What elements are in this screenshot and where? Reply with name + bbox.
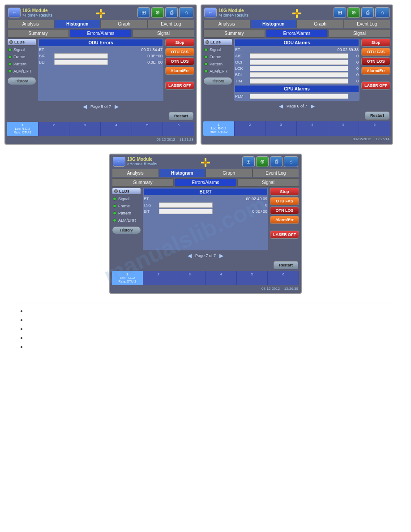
btab-1-left[interactable]: 1 Loc: R-C-2 Rate: OTU-2 [7,122,39,136]
settings-icon-right[interactable]: ⊞ [334,7,346,18]
data-row-bei: BEI 0.0E+00 [39,60,163,65]
sidebar-frame-left[interactable]: Frame [7,54,36,60]
subtab-signal-right[interactable]: Signal [329,29,390,38]
subtab-summary-right[interactable]: Summary [203,29,265,38]
btab-5-left[interactable]: 5 [132,122,163,136]
btab-4-center[interactable]: 4 [206,271,237,285]
sidebar-frame-center[interactable]: Frame [112,203,141,209]
subtab-summary-left[interactable]: Summary [7,29,69,38]
btab-2-center[interactable]: 2 [143,271,175,285]
subtab-errors-left[interactable]: Errors/Alarms [70,29,132,38]
laser-off-btn-right[interactable]: LASER OFF [361,82,390,90]
alarm-err-btn-left[interactable]: Alarm/Err [165,67,194,75]
tab-eventlog-center[interactable]: Event Log [253,169,300,177]
btab-6-center[interactable]: 6 [268,271,299,285]
subtab-errors-right[interactable]: Errors/Alarms [266,29,328,38]
home-icon-right[interactable]: ⌂ [375,7,390,18]
home-icon-center[interactable]: ⌂ [284,156,298,167]
history-btn-center[interactable]: History [112,226,141,234]
stop-btn-right[interactable]: Stop [361,39,390,47]
sidebar-signal-center[interactable]: Signal [112,196,141,202]
tab-graph-left[interactable]: Graph [101,20,148,28]
back-button-center[interactable]: ← [113,157,125,167]
tab-eventlog-right[interactable]: Event Log [344,20,391,28]
sidebar-almerr-right[interactable]: ALM/ERR [203,68,232,74]
otn-los-btn-center[interactable]: OTN LOS [270,206,299,215]
tab-graph-right[interactable]: Graph [297,20,344,28]
next-page-left[interactable]: ▶ [115,103,119,110]
subtab-errors-center[interactable]: Errors/Alarms [175,178,236,187]
prev-page-left[interactable]: ◀ [83,103,87,110]
otu-fas-btn-center[interactable]: OTU FAS [270,197,299,205]
otu-fas-btn-left[interactable]: OTU FAS [165,48,194,56]
btab-4-right[interactable]: 4 [297,121,328,136]
list-item [27,343,398,350]
leds-btn-right[interactable]: LEDs [203,39,232,46]
otn-los-btn-right[interactable]: OTN LOS [361,57,390,65]
restart-btn-center[interactable]: Restart [274,261,298,269]
settings-icon-center[interactable]: ⊞ [242,156,255,167]
btab-2-right[interactable]: 2 [235,121,266,136]
laser-off-btn-left[interactable]: LASER OFF [165,82,194,90]
back-button-left[interactable]: ← [8,8,21,17]
next-page-center[interactable]: ▶ [219,253,223,259]
subtab-signal-center[interactable]: Signal [237,178,299,187]
sidebar-pattern-right[interactable]: Pattern [203,61,232,67]
sidebar-almerr-center[interactable]: ALM/ERR [112,217,141,223]
oci-label: OCI [235,60,248,64]
leds-btn-left[interactable]: LEDs [7,39,36,46]
laser-off-btn-center[interactable]: LASER OFF [270,231,299,239]
stop-btn-left[interactable]: Stop [165,39,194,47]
sidebar-almерр-left[interactable]: ALM/ERR [7,68,36,74]
stop-btn-center[interactable]: Stop [270,188,299,196]
network-icon-left[interactable]: ⊕ [151,7,164,18]
history-btn-left[interactable]: History [7,77,36,85]
tab-graph-center[interactable]: Graph [206,169,253,177]
btab-1-right[interactable]: 1 Loc: R-C-2 Rate: OTU-2 [203,121,235,136]
svg-point-8 [204,161,207,164]
back-button-right[interactable]: ← [204,8,217,17]
leds-btn-center[interactable]: LEDs [112,188,141,195]
tab-analysis-left[interactable]: Analysis [7,20,54,28]
btab-4-left[interactable]: 4 [101,122,132,136]
home-icon-left[interactable]: ⌂ [179,7,193,18]
btab-6-left[interactable]: 6 [163,122,194,136]
prev-page-right[interactable]: ◀ [279,103,283,109]
prev-page-center[interactable]: ◀ [188,253,192,259]
tab-histogram-left[interactable]: Histogram [54,20,101,28]
tab-histogram-center[interactable]: Histogram [159,169,206,177]
btab-3-center[interactable]: 3 [174,271,206,285]
network-icon-right[interactable]: ⊕ [347,7,360,18]
sidebar-signal-left[interactable]: Signal [7,47,36,53]
btab-6-right[interactable]: 6 [359,121,390,136]
btab-1-center[interactable]: 1 Loc: R-C-2 Rate: OTU-2 [112,271,143,285]
btab-5-center[interactable]: 5 [237,271,268,285]
btab-5-right[interactable]: 5 [328,121,360,136]
btab-2-left[interactable]: 2 [39,122,70,136]
network-icon-center[interactable]: ⊕ [256,156,269,167]
settings-icon-left[interactable]: ⊞ [137,7,150,18]
sidebar-frame-right[interactable]: Frame [203,54,232,60]
subtab-signal-left[interactable]: Signal [133,29,194,38]
otu-fas-btn-right[interactable]: OTU FAS [361,48,390,56]
subtab-summary-center[interactable]: Summary [112,178,174,187]
tab-analysis-center[interactable]: Analysis [112,169,159,177]
otn-los-btn-left[interactable]: OTN LOS [165,57,194,65]
restart-btn-left[interactable]: Restart [169,112,193,120]
tab-histogram-right[interactable]: Histogram [250,20,297,28]
history-btn-right[interactable]: History [203,77,232,85]
btab-3-left[interactable]: 3 [69,122,101,136]
restart-btn-right[interactable]: Restart [365,112,390,120]
print-icon-center[interactable]: ⎙ [270,156,283,167]
tab-analysis-right[interactable]: Analysis [203,20,250,28]
tab-eventlog-left[interactable]: Event Log [148,20,195,28]
sidebar-signal-right[interactable]: Signal [203,47,232,53]
next-page-right[interactable]: ▶ [311,103,315,109]
alarm-err-btn-right[interactable]: Alarm/Err [361,67,390,75]
alarm-err-btn-center[interactable]: Alarm/Err [270,216,299,224]
sidebar-pattern-center[interactable]: Pattern [112,210,141,216]
btab-3-right[interactable]: 3 [265,121,297,136]
print-icon-left[interactable]: ⎙ [165,7,178,18]
sidebar-pattern-left[interactable]: Pattern [7,61,36,67]
print-icon-right[interactable]: ⎙ [361,7,374,18]
